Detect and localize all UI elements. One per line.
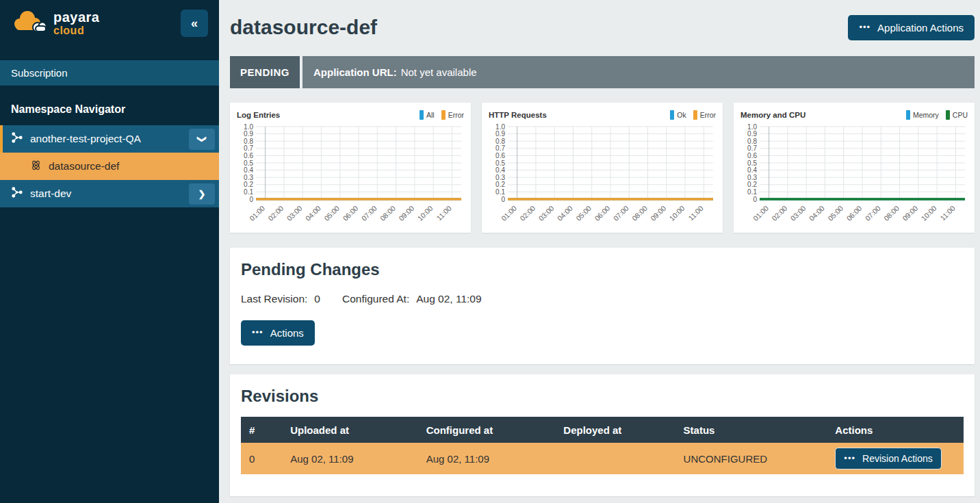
svg-text:11:00: 11:00 (435, 204, 453, 222)
cloud-logo-icon (11, 9, 48, 38)
legend-swatch (420, 110, 424, 120)
application-icon (30, 159, 42, 174)
legend-swatch (946, 110, 950, 120)
main-content: datasource-def ••• Application Actions P… (219, 0, 980, 503)
svg-text:0.7: 0.7 (495, 144, 505, 152)
second-project-item-label: start-dev (30, 188, 189, 200)
sidebar-item-project[interactable]: another-test-project-QA ❯ (0, 125, 219, 153)
http-requests-chart: HTTP Requests OkError 1.00.90.80.70.60.5… (482, 103, 723, 233)
chevron-right-icon: ❯ (198, 189, 206, 199)
application-item-label: datasource-def (49, 160, 119, 172)
svg-text:08:00: 08:00 (630, 204, 649, 222)
svg-text:08:00: 08:00 (378, 204, 397, 222)
svg-text:0: 0 (501, 196, 505, 203)
sidebar-item-application[interactable]: datasource-def (0, 153, 219, 180)
svg-text:09:00: 09:00 (649, 204, 667, 222)
svg-text:0.2: 0.2 (244, 181, 253, 188)
sidebar: payara cloud « Subscription Namespace Na… (0, 0, 219, 503)
svg-text:06:00: 06:00 (341, 204, 359, 222)
legend-item: CPU (946, 110, 968, 120)
application-actions-button[interactable]: ••• Application Actions (848, 15, 975, 40)
pending-actions-button[interactable]: ••• Actions (241, 320, 315, 346)
svg-text:04:00: 04:00 (304, 204, 322, 222)
chart-legend: AllError (420, 110, 464, 120)
sidebar-item-second-project[interactable]: start-dev ❯ (0, 180, 219, 207)
svg-text:0.7: 0.7 (747, 144, 757, 152)
legend-swatch (693, 110, 697, 120)
revision-actions-button[interactable]: •••Revision Actions (835, 448, 941, 469)
svg-text:10:00: 10:00 (667, 204, 686, 222)
legend-label: Error (448, 111, 464, 119)
chevron-down-icon: ❯ (197, 136, 207, 143)
chart-legend: MemoryCPU (906, 110, 968, 120)
chart-canvas: 1.00.90.80.70.60.50.40.30.20.1001:0002:0… (740, 121, 968, 229)
project-icon (11, 131, 23, 146)
svg-text:07:00: 07:00 (612, 204, 630, 222)
svg-text:02:00: 02:00 (266, 204, 285, 222)
svg-text:0.7: 0.7 (244, 144, 253, 152)
sidebar-collapse-button[interactable]: « (181, 10, 208, 37)
svg-text:04:00: 04:00 (556, 204, 574, 222)
ellipsis-icon: ••• (252, 327, 263, 337)
svg-text:04:00: 04:00 (808, 204, 826, 222)
chart-legend: OkError (670, 110, 716, 120)
subscription-label: Subscription (11, 67, 68, 79)
last-revision-label: Last Revision: (241, 293, 307, 305)
legend-label: Ok (677, 111, 686, 119)
svg-text:06:00: 06:00 (844, 204, 863, 222)
log-entries-chart: Log Entries AllError 1.00.90.80.70.60.50… (230, 103, 471, 233)
second-project-expand-button[interactable]: ❯ (189, 183, 215, 205)
pending-changes-panel: Pending Changes Last Revision: 0 Configu… (230, 248, 975, 364)
revisions-table: #Uploaded atConfigured atDeployed atStat… (241, 417, 964, 474)
svg-text:11:00: 11:00 (938, 204, 957, 222)
svg-text:07:00: 07:00 (864, 204, 882, 222)
pending-changes-heading: Pending Changes (241, 260, 964, 279)
svg-text:0.3: 0.3 (747, 174, 757, 181)
svg-text:08:00: 08:00 (882, 204, 901, 222)
logo-text: payara cloud (53, 10, 100, 36)
payara-cloud-logo: payara cloud (11, 9, 100, 38)
svg-text:0.9: 0.9 (495, 130, 505, 138)
svg-text:07:00: 07:00 (360, 204, 378, 222)
svg-text:0.2: 0.2 (747, 181, 757, 188)
svg-text:05:00: 05:00 (574, 204, 593, 222)
svg-text:02:00: 02:00 (770, 204, 788, 222)
column-header: Actions (827, 417, 964, 443)
ellipsis-icon: ••• (844, 453, 855, 463)
table-actions-cell: •••Revision Actions (827, 443, 964, 474)
svg-text:0.4: 0.4 (244, 166, 253, 174)
svg-text:09:00: 09:00 (397, 204, 415, 222)
legend-item: Ok (670, 110, 686, 120)
legend-label: CPU (953, 111, 968, 119)
column-header: # (241, 417, 282, 443)
chart-svg: 1.00.90.80.70.60.50.40.30.20.1001:0002:0… (489, 121, 716, 229)
svg-text:03:00: 03:00 (789, 204, 808, 222)
svg-text:0.4: 0.4 (495, 166, 505, 174)
chart-title: HTTP Requests (489, 111, 547, 119)
application-url-bar: Application URL: Not yet available (302, 56, 975, 88)
project-collapse-button[interactable]: ❯ (189, 129, 215, 150)
pending-changes-info: Last Revision: 0 Configured At: Aug 02, … (241, 293, 964, 305)
configured-at-value: Aug 02, 11:09 (416, 293, 481, 305)
svg-text:01:00: 01:00 (500, 204, 518, 222)
svg-text:0.5: 0.5 (244, 159, 253, 167)
svg-text:0: 0 (753, 196, 757, 203)
svg-text:1.0: 1.0 (244, 123, 253, 131)
page-header: datasource-def ••• Application Actions (230, 11, 975, 44)
sidebar-item-subscription[interactable]: Subscription (0, 60, 219, 86)
revisions-heading: Revisions (241, 387, 964, 406)
application-url-label: Application URL: (313, 66, 397, 78)
chart-svg: 1.00.90.80.70.60.50.40.30.20.1001:0002:0… (740, 121, 968, 229)
chart-canvas: 1.00.90.80.70.60.50.40.30.20.1001:0002:0… (237, 121, 464, 229)
legend-label: Error (700, 111, 716, 119)
last-revision-value: 0 (314, 293, 320, 305)
svg-text:01:00: 01:00 (751, 204, 770, 222)
svg-text:0.1: 0.1 (244, 188, 253, 196)
svg-text:0.8: 0.8 (244, 138, 253, 145)
svg-text:0.9: 0.9 (244, 130, 253, 138)
table-cell (555, 443, 675, 474)
svg-text:06:00: 06:00 (593, 204, 611, 222)
chart-canvas: 1.00.90.80.70.60.50.40.30.20.1001:0002:0… (489, 121, 716, 229)
table-header-row: #Uploaded atConfigured atDeployed atStat… (241, 417, 964, 443)
svg-text:0: 0 (249, 196, 253, 203)
